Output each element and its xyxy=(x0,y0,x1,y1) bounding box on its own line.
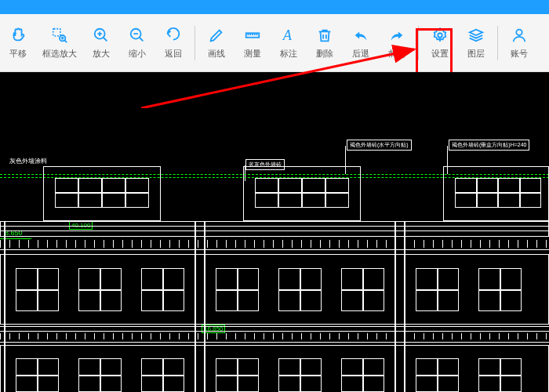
box-zoom-icon xyxy=(50,26,69,45)
layers-label: 图层 xyxy=(467,48,485,60)
ruler-icon xyxy=(243,26,262,45)
draw-line-label: 画线 xyxy=(208,48,225,60)
back-icon xyxy=(164,26,183,45)
callout-label2: 褐色外墙砖(垂直方向贴)H=240 xyxy=(449,140,529,151)
separator xyxy=(497,26,498,60)
undo-icon xyxy=(351,26,370,45)
redo-button[interactable]: 前进 xyxy=(379,20,415,67)
gear-icon xyxy=(431,26,449,45)
toolbar: 平移 框选放大 放大 缩小 返回 xyxy=(0,14,549,72)
title-bar xyxy=(0,0,549,14)
zoom-in-label: 放大 xyxy=(93,48,110,60)
svg-point-7 xyxy=(516,30,522,35)
pan-button[interactable]: 平移 xyxy=(0,20,36,67)
account-button[interactable]: 账号 xyxy=(501,20,537,67)
box-zoom-label: 框选放大 xyxy=(42,48,77,60)
separator xyxy=(418,26,419,60)
undo-label: 后退 xyxy=(352,48,369,60)
user-icon xyxy=(510,26,529,45)
draw-line-button[interactable]: 画线 xyxy=(198,20,235,67)
delete-label: 删除 xyxy=(316,48,333,60)
callout-label1: 褐色外墙砖(水平方向贴) xyxy=(347,140,412,151)
svg-text:A: A xyxy=(282,27,293,43)
annotate-label: 标注 xyxy=(280,48,297,60)
measure-label: 测量 xyxy=(244,48,261,60)
layers-button[interactable]: 图层 xyxy=(458,20,494,67)
trash-icon xyxy=(315,26,334,45)
account-label: 账号 xyxy=(511,48,528,60)
zoom-in-icon xyxy=(92,26,111,45)
pencil-icon xyxy=(207,26,226,45)
zoom-out-icon xyxy=(128,26,147,45)
svg-rect-0 xyxy=(53,29,60,36)
cad-canvas[interactable]: 褐色外墙砖(水平方向贴) 褐色外墙砖(垂直方向贴)H=240 蓝灰色外墙砖 灰色… xyxy=(0,72,549,392)
back-button[interactable]: 返回 xyxy=(155,20,191,67)
settings-label: 设置 xyxy=(431,48,449,60)
zoom-in-button[interactable]: 放大 xyxy=(83,20,119,67)
hand-icon xyxy=(9,26,27,45)
callout-label4: 灰色外墙涂料 xyxy=(9,157,47,165)
back-label: 返回 xyxy=(165,48,182,60)
svg-point-6 xyxy=(438,33,442,38)
zoom-out-label: 缩小 xyxy=(129,48,146,60)
delete-button[interactable]: 删除 xyxy=(307,20,343,67)
layers-icon xyxy=(467,26,485,45)
redo-icon xyxy=(387,26,406,45)
settings-button[interactable]: 设置 xyxy=(422,20,458,67)
undo-button[interactable]: 后退 xyxy=(343,20,379,67)
measure-button[interactable]: 测量 xyxy=(235,20,271,67)
text-icon: A xyxy=(279,26,298,45)
annotate-button[interactable]: A 标注 xyxy=(271,20,307,67)
pan-label: 平移 xyxy=(9,48,27,60)
redo-label: 前进 xyxy=(388,48,405,60)
separator xyxy=(195,26,195,60)
box-zoom-button[interactable]: 框选放大 xyxy=(36,20,83,67)
zoom-out-button[interactable]: 缩小 xyxy=(119,20,155,67)
